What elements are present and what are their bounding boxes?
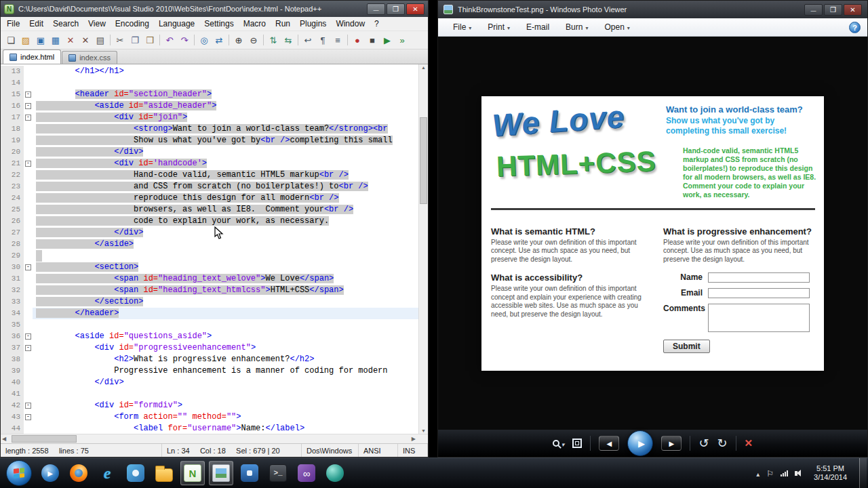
start-button[interactable] — [6, 460, 32, 486]
help-icon[interactable] — [849, 22, 861, 33]
minimize-button[interactable] — [804, 4, 823, 16]
taskbar-icon-app-blue[interactable] — [237, 461, 262, 485]
code-line-14[interactable]: 14 — [1, 77, 418, 89]
menu-help[interactable]: ? — [370, 18, 384, 30]
action-center-icon[interactable] — [766, 467, 774, 479]
code-line-31[interactable]: 31 <span id="heading_text_welove">We Lov… — [1, 273, 418, 285]
close-all-icon[interactable]: ✕ — [79, 33, 92, 47]
code-line-25[interactable]: 25 browsers, as well as IE8. Comment you… — [1, 204, 418, 216]
redo-icon[interactable]: ↷ — [178, 33, 191, 47]
zoom-out-icon[interactable]: ⊖ — [247, 33, 260, 47]
code-line-36[interactable]: 36- <aside id="questions_aside"> — [1, 331, 418, 342]
code-line-43[interactable]: 43- <form action="" method=""> — [1, 411, 418, 423]
print-icon[interactable]: ▤ — [94, 33, 107, 47]
code-line-26[interactable]: 26 code to explain your work, as necessa… — [1, 216, 418, 227]
replace-icon[interactable]: ⇄ — [212, 33, 226, 47]
rotate-clockwise-button[interactable] — [717, 437, 727, 449]
close-button[interactable] — [844, 4, 862, 16]
code-area[interactable]: 13 </h1></h1>1415- <header id="section_h… — [1, 64, 418, 434]
taskbar-icon-explorer[interactable] — [152, 461, 176, 485]
save-all-icon[interactable]: ▦ — [49, 33, 62, 47]
tab-index.css[interactable]: index.css — [62, 51, 117, 64]
sync-horizontal-icon[interactable]: ⇆ — [281, 33, 295, 47]
code-line-32[interactable]: 32 <span id="heading_text_htmlcss">HTML+… — [1, 285, 418, 296]
new-file-icon[interactable]: ❏ — [4, 33, 18, 47]
play-slideshow-button[interactable] — [627, 430, 653, 456]
taskbar-icon-media-player[interactable] — [38, 461, 62, 485]
code-line-22[interactable]: 22 Hand-code valid, semantic HTML5 marku… — [1, 169, 418, 181]
code-line-19[interactable]: 19 Show us what you've got by<br />compl… — [1, 135, 418, 146]
tab-index.html[interactable]: index.html — [3, 49, 61, 64]
code-line-13[interactable]: 13 </h1></h1> — [1, 66, 418, 77]
viewer-menu-email[interactable]: E-mail — [518, 18, 557, 36]
close-icon[interactable]: ✕ — [64, 33, 77, 47]
code-line-38[interactable]: 38 <h2>What is progressive enhancement?<… — [1, 354, 418, 365]
horizontal-scrollbar[interactable] — [1, 434, 428, 443]
indent-guide-icon[interactable]: ≡ — [331, 33, 344, 47]
code-line-41[interactable]: 41 — [1, 388, 418, 400]
taskbar-icon-internet-explorer[interactable] — [95, 461, 119, 485]
viewer-menu-file[interactable]: File — [445, 18, 479, 36]
code-line-16[interactable]: 16- <aside id="aside_header"> — [1, 100, 418, 112]
copy-icon[interactable]: ❐ — [128, 33, 142, 47]
code-line-20[interactable]: 20 </div> — [1, 146, 418, 158]
show-all-characters-icon[interactable]: ¶ — [316, 33, 330, 47]
rotate-counterclockwise-button[interactable] — [698, 437, 709, 449]
menu-file[interactable]: File — [2, 18, 24, 30]
taskbar-icon-firefox[interactable] — [66, 461, 91, 485]
menu-search[interactable]: Search — [48, 18, 83, 30]
maximize-button[interactable] — [824, 4, 842, 16]
open-folder-icon[interactable]: ▨ — [19, 33, 33, 47]
zoom-in-icon[interactable]: ⊕ — [232, 33, 245, 47]
taskbar-clock[interactable]: 5:51 PM 3/14/2014 — [808, 464, 852, 482]
menu-view[interactable]: View — [83, 18, 111, 30]
show-desktop-button[interactable] — [859, 458, 867, 488]
menu-edit[interactable]: Edit — [24, 18, 48, 30]
menu-language[interactable]: Language — [154, 18, 199, 30]
word-wrap-icon[interactable]: ↩ — [301, 33, 315, 47]
network-icon[interactable] — [781, 470, 788, 476]
code-line-37[interactable]: 37- <div id="progressiveenhancement"> — [1, 342, 418, 354]
zoom-icon[interactable] — [553, 437, 565, 449]
taskbar-icon-app-teal[interactable] — [323, 461, 347, 485]
next-button[interactable] — [661, 436, 682, 451]
vertical-scrollbar[interactable] — [418, 64, 428, 434]
menu-encoding[interactable]: Encoding — [111, 18, 154, 30]
paste-icon[interactable]: ❒ — [143, 33, 157, 47]
code-line-21[interactable]: 21- <div id='handcode'> — [1, 158, 418, 169]
code-line-17[interactable]: 17- <div id="join"> — [1, 112, 418, 123]
photo-viewer-titlebar[interactable]: ThinkBrownstoneTest.png - Windows Photo … — [438, 1, 867, 18]
cut-icon[interactable]: ✂ — [113, 33, 127, 47]
actual-size-icon[interactable] — [572, 439, 582, 448]
editor[interactable]: 13 </h1></h1>1415- <header id="section_h… — [1, 64, 428, 434]
vertical-scrollbar-thumb[interactable] — [420, 117, 427, 204]
taskbar-icon-visual-studio[interactable] — [294, 461, 319, 485]
menu-plugins[interactable]: Plugins — [295, 18, 331, 30]
play-macro-icon[interactable]: ▶ — [380, 33, 394, 47]
taskbar-icon-messenger[interactable] — [123, 461, 148, 485]
code-line-30[interactable]: 30- <section> — [1, 262, 418, 273]
menu-run[interactable]: Run — [271, 18, 295, 30]
code-line-34[interactable]: 34 </header> — [1, 308, 418, 319]
save-icon[interactable]: ▣ — [34, 33, 47, 47]
minimize-button[interactable] — [367, 3, 385, 15]
horizontal-scrollbar-thumb[interactable] — [12, 435, 77, 443]
taskbar-icon-photo-viewer[interactable] — [209, 461, 233, 485]
code-line-39[interactable]: 39 Progressive enhancement is a manner o… — [1, 365, 418, 377]
viewer-menu-print[interactable]: Print — [479, 18, 518, 36]
run-macro-multiple-icon[interactable]: » — [395, 33, 409, 47]
code-line-23[interactable]: 23 and CSS from scratch (no boilerplates… — [1, 181, 418, 192]
close-button[interactable] — [406, 3, 425, 15]
code-line-40[interactable]: 40 </div> — [1, 377, 418, 388]
stop-macro-icon[interactable]: ■ — [366, 33, 379, 47]
menu-macro[interactable]: Macro — [239, 18, 271, 30]
sync-vertical-icon[interactable]: ⇅ — [267, 33, 280, 47]
code-line-18[interactable]: 18 <strong>Want to join a world-class te… — [1, 123, 418, 135]
menu-window[interactable]: Window — [331, 18, 370, 30]
undo-icon[interactable]: ↶ — [163, 33, 176, 47]
taskbar-icon-notepad-plus-plus[interactable] — [180, 461, 205, 485]
maximize-button[interactable] — [387, 3, 405, 15]
code-line-44[interactable]: 44 <label for="username">Name:</label> — [1, 423, 418, 434]
code-line-15[interactable]: 15- <header id="section_header"> — [1, 89, 418, 100]
viewer-menu-burn[interactable]: Burn — [557, 18, 596, 36]
